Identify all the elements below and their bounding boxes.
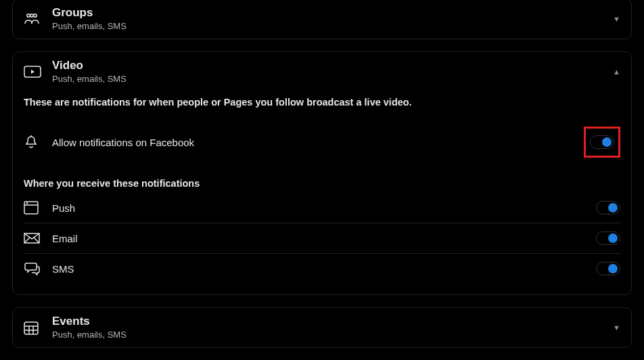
events-sub: Push, emails, SMS: [52, 330, 613, 340]
svg-point-0: [27, 14, 30, 17]
sms-row: SMS: [24, 254, 620, 284]
allow-notifications-label: Allow notifications on Facebook: [52, 137, 584, 148]
calendar-icon: [24, 320, 44, 335]
push-toggle[interactable]: [596, 201, 620, 215]
video-description: These are notifications for when people …: [24, 97, 620, 108]
svg-rect-9: [24, 322, 38, 334]
section-video-header[interactable]: Video Push, emails, SMS ▲: [13, 52, 631, 91]
section-groups: Groups Push, emails, SMS ▼: [12, 0, 632, 39]
push-row: Push: [24, 193, 620, 223]
where-heading: Where you receive these notifications: [24, 178, 620, 189]
chevron-down-icon: ▼: [613, 15, 620, 23]
chat-icon: [24, 262, 44, 275]
video-title: Video: [52, 60, 613, 72]
chevron-up-icon: ▲: [613, 68, 620, 76]
groups-sub: Push, emails, SMS: [52, 21, 613, 31]
sms-toggle[interactable]: [596, 262, 620, 275]
sms-label: SMS: [52, 263, 596, 275]
allow-notifications-row: Allow notifications on Facebook: [24, 118, 620, 166]
allow-toggle-highlight: [584, 127, 620, 158]
video-icon: [24, 66, 44, 78]
video-sub: Push, emails, SMS: [52, 74, 613, 84]
groups-title: Groups: [52, 7, 613, 20]
browser-icon: [24, 201, 44, 215]
email-label: Email: [52, 233, 596, 244]
section-video: Video Push, emails, SMS ▲ These are noti…: [12, 51, 632, 295]
allow-notifications-toggle[interactable]: [590, 135, 614, 149]
section-events: Events Push, emails, SMS ▼: [12, 307, 632, 348]
events-title: Events: [52, 315, 613, 328]
push-label: Push: [52, 202, 596, 214]
svg-point-2: [34, 14, 37, 17]
email-row: Email: [24, 223, 620, 254]
bell-icon: [24, 135, 44, 150]
section-groups-header[interactable]: Groups Push, emails, SMS ▼: [13, 0, 631, 39]
svg-point-1: [30, 14, 33, 17]
section-events-header[interactable]: Events Push, emails, SMS ▼: [13, 308, 631, 347]
groups-icon: [24, 12, 44, 26]
email-toggle[interactable]: [596, 231, 620, 245]
email-icon: [24, 233, 44, 244]
chevron-down-icon: ▼: [613, 323, 620, 332]
svg-point-7: [27, 203, 28, 204]
